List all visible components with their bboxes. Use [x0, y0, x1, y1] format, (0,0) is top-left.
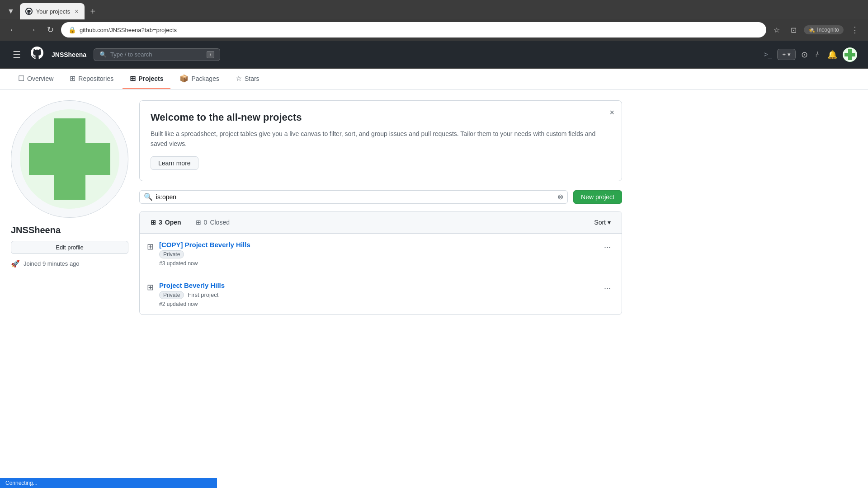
sidebar-username: JNSSheena: [11, 225, 128, 235]
edit-profile-button[interactable]: Edit profile: [11, 241, 128, 254]
header-username[interactable]: JNSSheena: [52, 51, 86, 58]
learn-more-button[interactable]: Learn more: [151, 156, 198, 170]
project-badges: Private First project: [159, 291, 595, 299]
new-project-button[interactable]: New project: [573, 190, 622, 204]
hamburger-menu-button[interactable]: ☰: [11, 47, 23, 62]
main-content: 🙂 JNSSheena Edit profile 🚀 Joined 9 minu…: [0, 89, 633, 326]
profile-avatar-image: [20, 109, 119, 209]
filter-search-icon: 🔍: [144, 192, 153, 201]
notifications-button[interactable]: 🔔: [826, 48, 839, 61]
profile-button[interactable]: ⊡: [787, 24, 800, 36]
open-projects-tab[interactable]: ⊞ 3 Open: [147, 217, 185, 228]
repositories-icon: ⊞: [70, 74, 75, 83]
sort-label: Sort: [594, 219, 606, 226]
projects-filter-bar: 🔍 ⊗ New project: [139, 190, 622, 204]
project-item: ⊞ Project Beverly Hills Private First pr…: [140, 274, 622, 314]
project-actions: ···: [600, 282, 614, 295]
project-badges: Private: [159, 250, 595, 258]
closed-label: Closed: [210, 219, 230, 226]
incognito-badge: 🕵 Incognito: [804, 25, 844, 34]
projects-list-header: ⊞ 3 Open ⊞ 0 Closed Sort ▾: [140, 211, 622, 234]
tab-title: Your projects: [36, 8, 70, 15]
command-palette-button[interactable]: >_: [762, 49, 774, 61]
overview-nav-item[interactable]: ☐ Overview: [11, 69, 61, 89]
packages-icon: 📦: [179, 74, 189, 83]
welcome-banner: × Welcome to the all-new projects Built …: [139, 100, 622, 181]
emoji-button[interactable]: 🙂: [110, 199, 123, 212]
projects-label: Projects: [138, 75, 163, 82]
project-info: Project Beverly Hills Private First proj…: [159, 282, 595, 307]
projects-icon: ⊞: [130, 74, 136, 83]
back-button[interactable]: ←: [5, 23, 21, 37]
overview-icon: ☐: [18, 74, 24, 83]
header-actions: >_ + ▾ ⊙ ⑃ 🔔: [762, 47, 857, 62]
search-shortcut-key: /: [207, 51, 214, 58]
project-more-button[interactable]: ···: [600, 241, 614, 254]
projects-list: ⊞ 3 Open ⊞ 0 Closed Sort ▾: [139, 211, 622, 315]
sort-button[interactable]: Sort ▾: [590, 217, 614, 228]
plus-icon: +: [782, 51, 786, 58]
refresh-button[interactable]: ↻: [43, 23, 57, 37]
address-bar[interactable]: 🔒 github.com/JNSSheena?tab=projects: [61, 22, 766, 38]
global-search[interactable]: 🔍 Type / to search /: [94, 48, 220, 61]
closed-count: 0: [204, 219, 208, 226]
closed-projects-tab[interactable]: ⊞ 0 Closed: [192, 217, 233, 228]
repositories-nav-item[interactable]: ⊞ Repositories: [62, 69, 121, 89]
sidebar: 🙂 JNSSheena Edit profile 🚀 Joined 9 minu…: [11, 100, 128, 315]
incognito-icon: 🕵: [808, 27, 815, 33]
toolbar-right: ☆ ⊡ 🕵 Incognito ⋮: [770, 23, 863, 37]
joined-info: 🚀 Joined 9 minutes ago: [11, 259, 128, 268]
first-project-badge: First project: [188, 291, 218, 298]
content-area: × Welcome to the all-new projects Built …: [139, 100, 622, 315]
tabs-list-button[interactable]: ▼: [4, 5, 18, 17]
status-bar: Connecting...: [0, 478, 217, 488]
browser-menu-button[interactable]: ⋮: [847, 23, 863, 37]
issues-button[interactable]: ⊙: [799, 48, 810, 61]
svg-rect-3: [844, 53, 855, 56]
stars-icon: ☆: [236, 74, 242, 83]
project-more-button[interactable]: ···: [600, 282, 614, 295]
status-text: Connecting...: [5, 480, 38, 486]
project-actions: ···: [600, 241, 614, 254]
welcome-description: Built like a spreadsheet, project tables…: [151, 129, 611, 149]
filter-clear-button[interactable]: ⊗: [557, 192, 563, 201]
avatar-container: 🙂: [11, 100, 128, 218]
sort-dropdown-icon: ▾: [608, 219, 611, 226]
filter-input-wrapper: 🔍 ⊗: [139, 190, 568, 204]
browser-chrome: ▼ Your projects × + ← → ↻ 🔒 github.com/J…: [0, 0, 868, 41]
packages-label: Packages: [191, 75, 219, 82]
tab-favicon: [25, 8, 33, 15]
tab-close-button[interactable]: ×: [74, 8, 79, 15]
project-name[interactable]: [COPY] Project Beverly Hills: [159, 241, 595, 249]
welcome-title: Welcome to the all-new projects: [151, 112, 611, 123]
new-tab-button[interactable]: +: [86, 5, 99, 19]
banner-close-button[interactable]: ×: [609, 108, 614, 117]
plus-dropdown-icon: ▾: [788, 51, 791, 58]
github-header: ☰ JNSSheena 🔍 Type / to search / >_ + ▾ …: [0, 41, 868, 69]
project-meta: #3 updated now: [159, 260, 595, 267]
create-new-button[interactable]: + ▾: [777, 49, 796, 60]
filter-input[interactable]: [139, 190, 568, 204]
packages-nav-item[interactable]: 📦 Packages: [172, 69, 226, 89]
pull-requests-button[interactable]: ⑃: [813, 48, 822, 61]
stars-nav-item[interactable]: ☆ Stars: [228, 69, 267, 89]
overview-label: Overview: [27, 75, 53, 82]
rocket-icon: 🚀: [11, 259, 20, 268]
active-tab[interactable]: Your projects ×: [20, 3, 85, 19]
forward-button[interactable]: →: [24, 23, 40, 37]
projects-nav-item[interactable]: ⊞ Projects: [123, 69, 170, 89]
incognito-label: Incognito: [817, 27, 839, 33]
user-avatar-button[interactable]: [843, 47, 857, 62]
table-icon-closed: ⊞: [196, 219, 201, 226]
bookmark-button[interactable]: ☆: [770, 24, 783, 36]
lock-icon: 🔒: [68, 26, 76, 33]
github-logo[interactable]: [30, 46, 44, 63]
table-icon-open: ⊞: [151, 219, 156, 226]
search-icon: 🔍: [99, 51, 107, 58]
project-info: [COPY] Project Beverly Hills Private #3 …: [159, 241, 595, 267]
open-label: Open: [165, 219, 181, 226]
project-name[interactable]: Project Beverly Hills: [159, 282, 595, 289]
address-text: github.com/JNSSheena?tab=projects: [80, 27, 759, 33]
open-count: 3: [159, 219, 162, 226]
project-table-icon: ⊞: [147, 282, 154, 292]
